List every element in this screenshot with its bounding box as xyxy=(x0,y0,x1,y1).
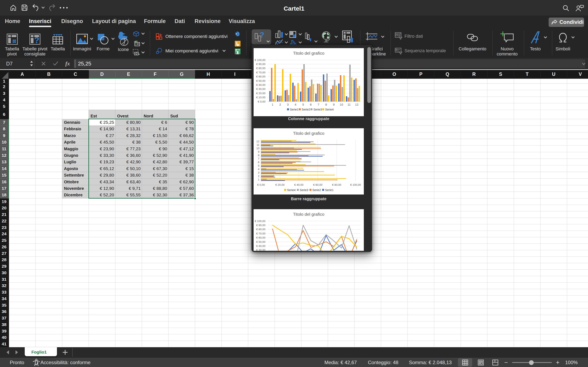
svg-text:5: 5 xyxy=(258,164,259,167)
svg-text:12: 12 xyxy=(355,103,358,106)
svg-text:2: 2 xyxy=(258,175,259,178)
svg-text:€ 80,00: € 80,00 xyxy=(332,183,341,186)
svg-text:€ 0,00: € 0,00 xyxy=(258,100,265,103)
svg-text:5: 5 xyxy=(302,103,304,106)
svg-text:9: 9 xyxy=(333,103,335,106)
svg-text:Serie3: Serie3 xyxy=(300,188,308,192)
svg-text:12: 12 xyxy=(256,140,259,143)
svg-text:€ 40,00: € 40,00 xyxy=(256,244,265,248)
svg-text:9: 9 xyxy=(258,150,259,153)
svg-text:3: 3 xyxy=(258,171,259,174)
svg-text:€ 10,00: € 10,00 xyxy=(256,96,265,99)
svg-text:€ 70,00: € 70,00 xyxy=(256,232,265,235)
svg-text:€ 90,00: € 90,00 xyxy=(256,224,265,227)
svg-text:€ 80,00: € 80,00 xyxy=(256,228,265,231)
svg-text:8: 8 xyxy=(258,154,259,157)
svg-text:2: 2 xyxy=(279,103,281,106)
svg-text:€ 90,00: € 90,00 xyxy=(256,63,265,66)
svg-text:€ 50,00: € 50,00 xyxy=(256,240,265,243)
svg-text:€ 60,00: € 60,00 xyxy=(256,75,265,78)
svg-text:€ 70,00: € 70,00 xyxy=(256,71,265,74)
svg-text:€ 100,00: € 100,00 xyxy=(255,220,265,223)
svg-text:6: 6 xyxy=(310,103,311,106)
svg-text:Serie1: Serie1 xyxy=(290,108,298,111)
svg-text:8: 8 xyxy=(325,103,327,106)
svg-text:1: 1 xyxy=(272,103,273,106)
svg-text:10: 10 xyxy=(256,147,259,150)
svg-text:€ 100,00: € 100,00 xyxy=(350,183,361,186)
svg-text:10: 10 xyxy=(340,103,343,106)
svg-text:Serie2: Serie2 xyxy=(312,188,321,192)
svg-text:€ 20,00: € 20,00 xyxy=(256,92,265,95)
svg-text:7: 7 xyxy=(258,157,259,160)
svg-text:€ 30,00: € 30,00 xyxy=(256,249,265,250)
svg-text:€ 80,00: € 80,00 xyxy=(256,67,265,70)
svg-text:7: 7 xyxy=(318,103,319,106)
svg-text:Titolo del grafico: Titolo del grafico xyxy=(293,212,324,217)
svg-text:4: 4 xyxy=(295,103,296,106)
svg-text:€ 20,00: € 20,00 xyxy=(276,183,285,186)
svg-text:Serie3: Serie3 xyxy=(313,108,322,111)
svg-text:€ 30,00: € 30,00 xyxy=(256,87,265,91)
svg-text:€ 40,00: € 40,00 xyxy=(294,183,303,186)
svg-text:Serie4: Serie4 xyxy=(287,188,296,192)
svg-text:Serie1: Serie1 xyxy=(325,188,334,192)
svg-text:4: 4 xyxy=(258,167,259,171)
svg-text:Serie4: Serie4 xyxy=(325,108,334,111)
svg-text:Serie2: Serie2 xyxy=(302,108,310,111)
svg-text:1: 1 xyxy=(258,178,259,181)
svg-text:6: 6 xyxy=(258,161,259,164)
svg-text:€ 0,00: € 0,00 xyxy=(257,183,265,186)
svg-text:3: 3 xyxy=(287,103,289,106)
svg-text:Titolo del grafico: Titolo del grafico xyxy=(293,51,324,55)
svg-text:11: 11 xyxy=(347,103,351,106)
svg-text:11: 11 xyxy=(257,143,259,146)
svg-text:€ 60,00: € 60,00 xyxy=(256,236,265,239)
svg-text:€ 40,00: € 40,00 xyxy=(256,83,265,86)
svg-text:€ 50,00: € 50,00 xyxy=(256,79,265,82)
svg-text:€ 100,00: € 100,00 xyxy=(255,58,265,62)
svg-text:Titolo del grafico: Titolo del grafico xyxy=(293,131,324,136)
svg-text:€ 60,00: € 60,00 xyxy=(313,183,322,186)
